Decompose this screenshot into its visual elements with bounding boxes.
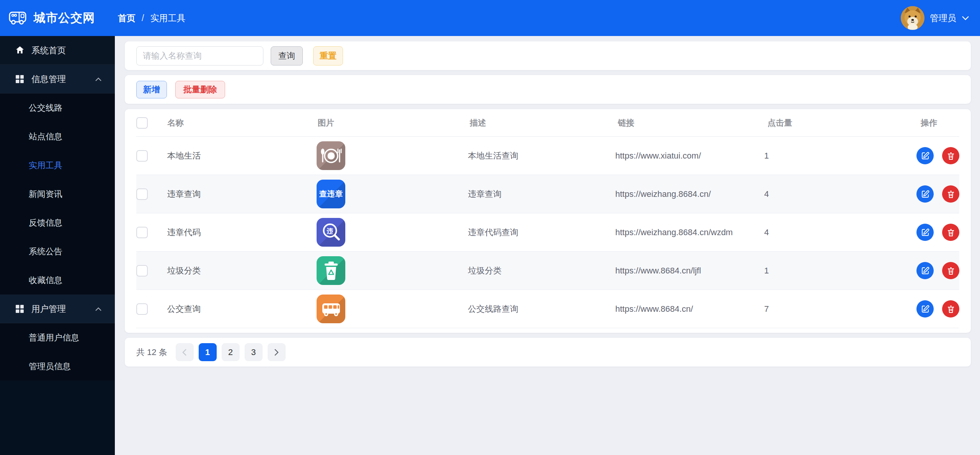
- sidebar-item-favorites[interactable]: 收藏信息: [0, 266, 115, 295]
- app-title: 城市公交网: [34, 10, 95, 26]
- sidebar-item-news[interactable]: 新闻资讯: [0, 180, 115, 208]
- cell-description: 违章查询: [468, 188, 615, 200]
- row-checkbox[interactable]: [136, 227, 148, 238]
- breadcrumb-home[interactable]: 首页: [118, 12, 136, 24]
- toolbar: 新增 批量删除: [125, 75, 971, 104]
- sidebar-item-label: 系统首页: [31, 44, 66, 56]
- table-row: 垃圾分类 垃圾分类 https://www.8684.cn/ljfl 1: [136, 252, 959, 290]
- column-header-link: 链接: [618, 117, 768, 128]
- sidebar-item-admin-users[interactable]: 管理员信息: [0, 352, 115, 381]
- cell-clicks: 1: [764, 266, 916, 276]
- edit-button[interactable]: [916, 185, 934, 203]
- row-checkbox[interactable]: [136, 150, 148, 162]
- table-row: 公交查询 公交线路查询 https: [136, 290, 959, 328]
- edit-button[interactable]: [916, 147, 934, 164]
- breadcrumb-current: 实用工具: [150, 12, 185, 24]
- column-header-name: 名称: [167, 117, 318, 128]
- sidebar: 系统首页 信息管理 公交线路 站点信息 实用工具 新闻资讯 反馈信息 系统公告 …: [0, 36, 115, 455]
- cell-name: 本地生活: [167, 150, 317, 162]
- cell-clicks: 4: [764, 228, 916, 237]
- table-row: 本地生活 本地生活查询 https://www.xiatui.com/ 1: [136, 137, 959, 175]
- sidebar-group-label: 用户管理: [31, 303, 66, 315]
- edit-button[interactable]: [916, 224, 934, 241]
- query-button[interactable]: 查询: [271, 46, 303, 65]
- cell-name: 公交查询: [167, 303, 317, 315]
- brand: 城市公交网: [0, 10, 115, 26]
- cell-name: 垃圾分类: [167, 265, 317, 277]
- grid-icon: [15, 304, 25, 314]
- chevron-up-icon: [95, 304, 102, 314]
- icon-label: 查违章: [319, 189, 343, 199]
- delete-button[interactable]: [942, 300, 959, 318]
- cell-description: 公交线路查询: [468, 303, 615, 315]
- cell-name: 违章代码: [167, 227, 317, 238]
- cell-description: 违章代码查询: [468, 227, 615, 238]
- cell-link[interactable]: https://www.8684.cn/: [615, 304, 764, 314]
- search-bar: 查询 重置: [125, 41, 971, 70]
- sidebar-group-label: 信息管理: [31, 73, 66, 85]
- next-page-button[interactable]: [268, 343, 286, 361]
- page-button-1[interactable]: 1: [199, 343, 217, 361]
- chevron-right-icon: [274, 349, 279, 356]
- breadcrumb: 首页 / 实用工具: [115, 12, 185, 24]
- cell-link[interactable]: https://www.8684.cn/ljfl: [615, 266, 764, 276]
- prev-page-button[interactable]: [176, 343, 194, 361]
- svg-text:违: 违: [326, 228, 333, 235]
- cell-link[interactable]: https://www.xiatui.com/: [615, 151, 764, 161]
- chevron-left-icon: [182, 349, 187, 356]
- cell-link[interactable]: https://weizhang.8684.cn/wzdm: [615, 228, 764, 237]
- bus-icon: [317, 295, 345, 323]
- row-checkbox[interactable]: [136, 265, 148, 277]
- sidebar-item-station-info[interactable]: 站点信息: [0, 122, 115, 151]
- delete-button[interactable]: [942, 147, 959, 164]
- pagination-total: 共 12 条: [136, 347, 167, 358]
- delete-button[interactable]: [942, 185, 959, 203]
- sidebar-group-user-management[interactable]: 用户管理: [0, 295, 115, 323]
- cell-clicks: 7: [764, 304, 916, 314]
- table-row: 违章查询 查违章 违章查询 https://weizhang.8684.cn/ …: [136, 175, 959, 213]
- violation-code-magnifier-icon: 违: [317, 218, 345, 247]
- info-submenu: 公交线路 站点信息 实用工具 新闻资讯 反馈信息 系统公告 收藏信息: [0, 93, 115, 295]
- sidebar-item-utilities-active[interactable]: 实用工具: [0, 151, 115, 180]
- sidebar-item-feedback[interactable]: 反馈信息: [0, 208, 115, 237]
- user-submenu: 普通用户信息 管理员信息: [0, 323, 115, 381]
- edit-button[interactable]: [916, 300, 934, 318]
- cell-link[interactable]: https://weizhang.8684.cn/: [615, 189, 764, 199]
- row-checkbox[interactable]: [136, 303, 148, 315]
- sidebar-item-system-home[interactable]: 系统首页: [0, 36, 115, 65]
- row-checkbox[interactable]: [136, 188, 148, 200]
- add-button[interactable]: 新增: [136, 81, 167, 98]
- avatar[interactable]: [901, 6, 924, 30]
- home-icon: [15, 45, 25, 56]
- reset-button[interactable]: 重置: [313, 46, 343, 65]
- column-header-clicks: 点击量: [768, 117, 921, 128]
- user-menu[interactable]: 管理员: [901, 6, 980, 30]
- cell-description: 本地生活查询: [468, 150, 615, 162]
- search-input[interactable]: [136, 46, 263, 65]
- grid-icon: [15, 74, 25, 84]
- data-table: 名称 图片 描述 链接 点击量 操作 本地生活: [125, 109, 971, 333]
- breadcrumb-separator: /: [142, 13, 144, 23]
- edit-button[interactable]: [916, 262, 934, 279]
- bus-logo-icon: [8, 10, 27, 26]
- column-header-actions: 操作: [921, 117, 959, 128]
- cell-clicks: 1: [764, 151, 916, 161]
- sidebar-item-regular-users[interactable]: 普通用户信息: [0, 323, 115, 352]
- sidebar-group-info-management[interactable]: 信息管理: [0, 65, 115, 93]
- column-header-image: 图片: [318, 117, 470, 128]
- delete-button[interactable]: [942, 262, 959, 279]
- table-row: 违章代码 违 违章代码查询 https://weizhang.8684.cn/w…: [136, 213, 959, 252]
- delete-button[interactable]: [942, 224, 959, 241]
- page-button-2[interactable]: 2: [222, 343, 240, 361]
- select-all-checkbox[interactable]: [136, 117, 148, 129]
- main-content: 查询 重置 新增 批量删除 名称 图片 描述 链接 点击量 操作 本地生活: [115, 36, 980, 455]
- table-header-row: 名称 图片 描述 链接 点击量 操作: [136, 109, 959, 137]
- violation-query-icon: 查违章: [317, 180, 345, 208]
- sidebar-item-announcements[interactable]: 系统公告: [0, 237, 115, 266]
- recycle-trash-icon: [317, 256, 345, 285]
- cell-clicks: 4: [764, 189, 916, 199]
- batch-delete-button[interactable]: 批量删除: [175, 81, 225, 98]
- cell-description: 垃圾分类: [468, 265, 615, 277]
- sidebar-item-bus-lines[interactable]: 公交线路: [0, 93, 115, 122]
- page-button-3[interactable]: 3: [245, 343, 263, 361]
